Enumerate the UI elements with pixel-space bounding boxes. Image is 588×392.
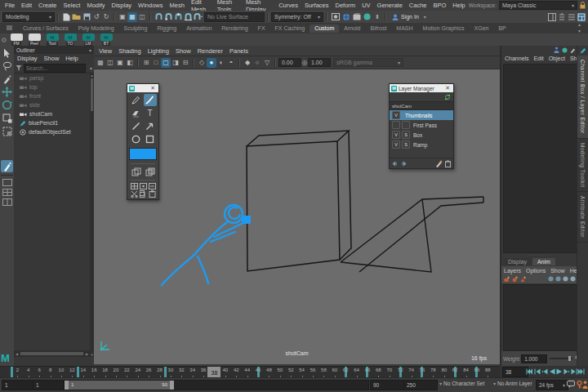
menu-item-generate[interactable]: Generate <box>374 2 406 9</box>
render-settings-icon[interactable] <box>351 13 362 20</box>
menu-item-create[interactable]: Create <box>35 2 60 9</box>
menu-item-select[interactable]: Select <box>60 2 84 9</box>
wireframe-icon[interactable]: ◇ <box>197 58 207 68</box>
auto-key-icon[interactable] <box>577 381 582 389</box>
shelf-tab-arnold[interactable]: Arnold <box>339 24 365 33</box>
weight-slider[interactable] <box>550 358 572 359</box>
close-icon[interactable]: ✕ <box>149 85 157 91</box>
shelf-scroll-up-icon[interactable]: ▲ <box>572 22 586 28</box>
toggle-workspace-icon[interactable] <box>577 13 586 21</box>
select-tool-button[interactable] <box>1 47 13 59</box>
layer-visible-checkbox[interactable] <box>392 121 400 129</box>
layer-editor-menu-layers[interactable]: Layers <box>504 268 521 274</box>
snap-curve-icon[interactable] <box>163 13 173 20</box>
keyframe-tick[interactable] <box>164 367 167 378</box>
rectangle-tool-button[interactable] <box>144 133 157 145</box>
paste-frame-button[interactable] <box>148 190 156 198</box>
tab-channel-box[interactable]: Channel Box / Layer Editor <box>577 56 588 139</box>
snap-grid-icon[interactable] <box>154 13 163 20</box>
pencil-tool-button[interactable] <box>130 94 143 106</box>
outliner-item-persp[interactable]: persp <box>14 74 94 82</box>
toggle-toolbox-icon[interactable] <box>558 13 566 21</box>
viewport-menu-renderer[interactable]: Renderer <box>194 47 226 55</box>
frame-options-button[interactable] <box>148 182 156 189</box>
viewport-menu-view[interactable]: View <box>96 47 115 55</box>
copy-frame-button[interactable] <box>139 190 147 198</box>
goto-start-button[interactable] <box>526 367 533 376</box>
shelf-tab-fx-caching[interactable]: FX Caching <box>270 24 310 33</box>
open-scene-icon[interactable] <box>71 13 82 20</box>
layer-solo-checkbox[interactable] <box>402 121 410 129</box>
layer-row-box[interactable]: V S Box <box>390 130 453 140</box>
shelf-tab-sculpting[interactable]: Sculpting <box>119 24 153 33</box>
gamma-field[interactable]: 1.00 <box>308 58 331 67</box>
ipr-render-icon[interactable] <box>341 13 351 21</box>
outliner-menu-help[interactable]: Help <box>62 55 81 62</box>
snap-icons-group[interactable]: ▦ <box>96 58 105 68</box>
play-forwards-button[interactable] <box>555 367 563 376</box>
channel-box-menu-channels[interactable]: Channels <box>505 56 529 61</box>
range-handle-left[interactable] <box>65 381 69 390</box>
rotate-tool-button[interactable] <box>1 99 13 111</box>
remove-frame-button[interactable] <box>139 182 147 189</box>
onion-skin-next-icon[interactable] <box>400 161 407 167</box>
marquee-tool-button[interactable] <box>1 125 13 137</box>
symmetry-select[interactable]: Symmetry: Off ▾ <box>271 12 323 22</box>
grid-icon[interactable]: ⊞ <box>141 58 151 68</box>
outliner-menu-show[interactable]: Show <box>41 55 63 62</box>
circle-tool-button[interactable] <box>130 133 143 145</box>
shelf-tab-animation[interactable]: Animation <box>181 24 216 33</box>
menu-item-modify[interactable]: Modify <box>83 2 108 9</box>
outliner-item-bluepencil[interactable]: bluePencil1 <box>14 118 94 127</box>
divider[interactable] <box>385 13 386 21</box>
xray-joints-icon[interactable]: ○ <box>252 58 262 68</box>
divider[interactable] <box>149 13 151 21</box>
paint-select-tool-button[interactable] <box>1 73 13 85</box>
divider[interactable] <box>114 13 115 21</box>
shelf-menu-icon[interactable] <box>0 24 18 32</box>
layer-solo-checkbox[interactable]: S <box>402 131 410 139</box>
channel-box-menu-edit[interactable]: Edit <box>534 56 544 61</box>
outliner-hscrollbar[interactable]: ◀ ▶ <box>14 350 90 357</box>
redo-icon[interactable]: ↻ <box>101 12 111 22</box>
current-frame-indicator[interactable]: 38 <box>207 367 220 378</box>
image-plane-icon[interactable]: ◧ <box>125 58 135 68</box>
close-icon[interactable]: ✕ <box>443 85 452 91</box>
tab-display[interactable]: Display <box>503 258 532 265</box>
duplicate-frame-button[interactable] <box>144 166 157 178</box>
create-layer-from-selected-icon[interactable] <box>504 276 510 283</box>
film-gate-icon[interactable]: □ <box>151 58 161 68</box>
field-chart-icon[interactable]: ⊟ <box>180 58 190 68</box>
mute-layer-icon[interactable] <box>563 276 568 282</box>
undo-icon[interactable]: ↺ <box>91 12 101 22</box>
shelf-tab-custom[interactable]: Custom <box>310 24 339 33</box>
anim-layer-select[interactable]: ▾ No Anim Layer <box>491 381 532 386</box>
character-icon[interactable] <box>554 47 559 53</box>
pause-icon[interactable]: ‖ <box>372 12 382 22</box>
isolate-select-icon[interactable]: ▽ <box>262 58 272 68</box>
shelf-options-icon[interactable] <box>0 38 8 42</box>
menu-item-windows[interactable]: Windows <box>135 2 166 9</box>
divider[interactable] <box>326 13 327 21</box>
textured-icon[interactable]: ◐ <box>216 58 226 68</box>
exposure-field[interactable]: 0.00 <box>278 58 301 67</box>
bookmark-icon[interactable]: ▣ <box>115 58 125 68</box>
shelf-tab-motion-graphics[interactable]: Motion Graphics <box>418 24 470 33</box>
outliner-item-side[interactable]: side <box>14 100 94 109</box>
create-anim-layer-icon[interactable] <box>520 276 527 283</box>
move-layer-up-icon[interactable] <box>548 276 554 282</box>
chevron-down-icon[interactable]: ▾ <box>87 65 92 71</box>
snap-point-icon[interactable] <box>173 13 183 20</box>
lock-icon[interactable] <box>580 2 586 9</box>
move-layer-down-icon[interactable] <box>555 276 561 282</box>
anim-layer-list[interactable] <box>503 284 578 351</box>
text-tool-button[interactable]: T <box>144 107 157 119</box>
viewport-menu-show[interactable]: Show <box>172 47 194 55</box>
menu-item-surfaces[interactable]: Surfaces <box>301 2 332 9</box>
fps-select[interactable]: 24 fps▾ <box>536 380 568 390</box>
new-scene-icon[interactable] <box>61 13 71 21</box>
range-slider-bar[interactable]: 1 90 <box>65 381 174 390</box>
camera-attrs-icon[interactable]: ◫ <box>105 58 115 68</box>
scale-tool-button[interactable] <box>1 112 13 124</box>
eraser-tool-button[interactable] <box>130 107 143 119</box>
